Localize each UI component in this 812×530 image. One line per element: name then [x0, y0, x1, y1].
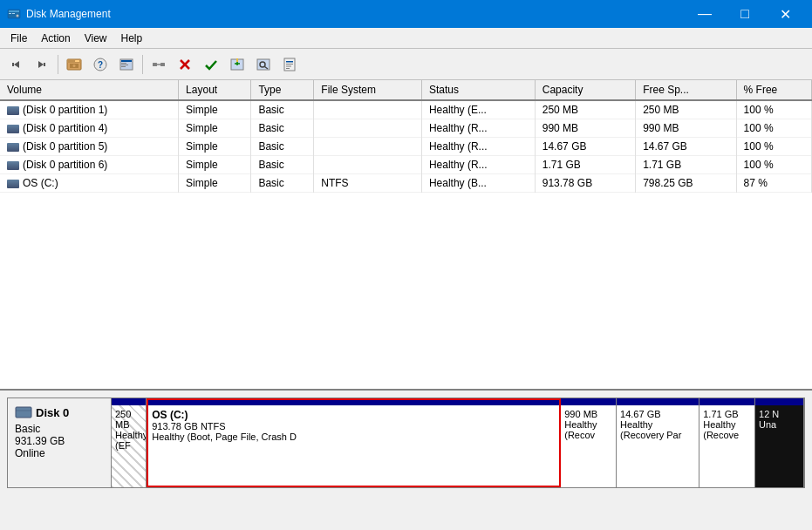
col-freepct[interactable]: % Free: [736, 80, 811, 100]
cell-status: Healthy (R...: [421, 119, 535, 138]
check-icon: [204, 58, 218, 71]
col-freespace[interactable]: Free Sp...: [636, 80, 736, 100]
back-button[interactable]: [3, 52, 28, 77]
svg-point-13: [73, 65, 76, 67]
table-row[interactable]: (Disk 0 partition 4)SimpleBasicHealthy (…: [0, 119, 812, 138]
partition-subsublabel: Healthy (Boot, Page File, Crash D: [152, 431, 556, 442]
svg-rect-19: [121, 65, 128, 65]
cell-filesystem: [314, 100, 422, 119]
cell-status: Healthy (E...: [421, 100, 535, 119]
cell-status: Healthy (B...: [421, 174, 535, 193]
disk-partition[interactable]: 12 NUna: [755, 398, 804, 487]
col-type[interactable]: Type: [251, 80, 314, 100]
svg-rect-17: [121, 60, 132, 62]
cell-freespace: 990 MB: [636, 119, 736, 138]
svg-rect-37: [286, 68, 290, 69]
partition-sublabel: Una: [759, 419, 800, 430]
col-filesystem[interactable]: File System: [314, 80, 422, 100]
menu-file[interactable]: File: [3, 31, 34, 46]
maximize-button[interactable]: □: [725, 0, 765, 28]
check-button[interactable]: [199, 52, 223, 77]
disk-panel-name: Disk 0: [36, 406, 69, 419]
connect-icon: [152, 58, 166, 71]
disk-label: Disk 0 Basic 931.39 GB Online: [7, 398, 112, 488]
svg-rect-22: [160, 63, 165, 66]
partition-top-bar: [755, 398, 803, 405]
properties-button[interactable]: [277, 52, 302, 77]
delete-icon: [178, 58, 192, 71]
table-row[interactable]: (Disk 0 partition 5)SimpleBasicHealthy (…: [0, 138, 812, 156]
cell-freespace: 250 MB: [636, 100, 736, 119]
disk-partition[interactable]: OS (C:)913.78 GB NTFSHealthy (Boot, Page…: [147, 398, 561, 487]
disk-panel-type: Basic: [15, 423, 104, 435]
partition-sublabel: Healthy (Recovery Par: [620, 419, 695, 440]
console-button[interactable]: [114, 52, 139, 77]
cell-filesystem: NTFS: [314, 174, 422, 193]
partition-top-bar: [112, 398, 146, 405]
title-bar-left: Disk Management: [7, 7, 111, 21]
svg-rect-34: [286, 61, 293, 63]
svg-rect-6: [12, 63, 14, 66]
col-layout[interactable]: Layout: [179, 80, 251, 100]
col-capacity[interactable]: Capacity: [535, 80, 635, 100]
partition-label: 990 MB: [564, 409, 612, 419]
table-area[interactable]: Volume Layout Type File System Status Ca…: [0, 80, 812, 391]
cell-layout: Simple: [179, 174, 251, 193]
cell-filesystem: [314, 119, 422, 138]
partition-content: 12 NUna: [755, 405, 803, 487]
cell-volume: OS (C:): [0, 174, 179, 193]
search-icon: [256, 58, 270, 71]
partition-top-bar: [699, 398, 754, 405]
menu-view[interactable]: View: [78, 31, 114, 46]
disk-partition[interactable]: 990 MBHealthy (Recov: [561, 398, 617, 487]
cell-freepct: 100 %: [736, 119, 811, 138]
cell-freepct: 100 %: [736, 156, 811, 174]
cell-capacity: 913.78 GB: [535, 174, 635, 193]
disk-panel-status: Online: [15, 447, 104, 459]
app-icon: [7, 7, 21, 21]
disk-partition[interactable]: 14.67 GBHealthy (Recovery Par: [617, 398, 699, 487]
volume-disk-icon: [7, 143, 19, 152]
cell-freepct: 100 %: [736, 138, 811, 156]
table-row[interactable]: OS (C:)SimpleBasicNTFSHealthy (B...913.7…: [0, 174, 812, 193]
cell-freepct: 100 %: [736, 100, 811, 119]
partition-label: 250 MB: [115, 409, 142, 430]
cell-type: Basic: [251, 156, 314, 174]
disk-button[interactable]: [62, 52, 86, 77]
col-volume[interactable]: Volume: [0, 80, 179, 100]
table-body: (Disk 0 partition 1)SimpleBasicHealthy (…: [0, 100, 812, 193]
delete-button[interactable]: [173, 52, 197, 77]
cell-filesystem: [314, 156, 422, 174]
table-row[interactable]: (Disk 0 partition 1)SimpleBasicHealthy (…: [0, 100, 812, 119]
cell-status: Healthy (R...: [421, 138, 535, 156]
minimize-button[interactable]: —: [685, 0, 725, 28]
table-header-row: Volume Layout Type File System Status Ca…: [0, 80, 812, 100]
menu-action[interactable]: Action: [34, 31, 77, 46]
add-button[interactable]: [225, 52, 249, 77]
cell-type: Basic: [251, 138, 314, 156]
volume-disk-icon: [7, 125, 19, 133]
help-button[interactable]: ?: [88, 52, 113, 77]
close-button[interactable]: ✕: [765, 0, 805, 28]
svg-text:?: ?: [98, 60, 103, 70]
svg-rect-18: [121, 63, 126, 64]
menu-bar: File Action View Help: [0, 28, 812, 49]
disk-partition[interactable]: 250 MBHealthy (EF: [112, 398, 147, 487]
forward-button[interactable]: [30, 52, 54, 77]
partition-top-bar: [617, 398, 699, 405]
connect-button[interactable]: [147, 52, 171, 77]
partition-content: OS (C:)913.78 GB NTFSHealthy (Boot, Page…: [148, 405, 559, 486]
col-status[interactable]: Status: [421, 80, 535, 100]
svg-rect-11: [75, 60, 79, 62]
search-button[interactable]: [251, 52, 276, 77]
table-row[interactable]: (Disk 0 partition 6)SimpleBasicHealthy (…: [0, 156, 812, 174]
volume-disk-icon: [7, 106, 19, 115]
forward-icon: [35, 58, 49, 71]
cell-freepct: 87 %: [736, 174, 811, 193]
disk-area: Disk 0 Basic 931.39 GB Online 250 MBHeal…: [0, 391, 812, 530]
svg-marker-5: [14, 61, 19, 68]
console-icon: [119, 58, 133, 71]
svg-rect-2: [9, 13, 11, 14]
menu-help[interactable]: Help: [114, 31, 150, 46]
disk-partition[interactable]: 1.71 GBHealthy (Recove: [699, 398, 755, 487]
